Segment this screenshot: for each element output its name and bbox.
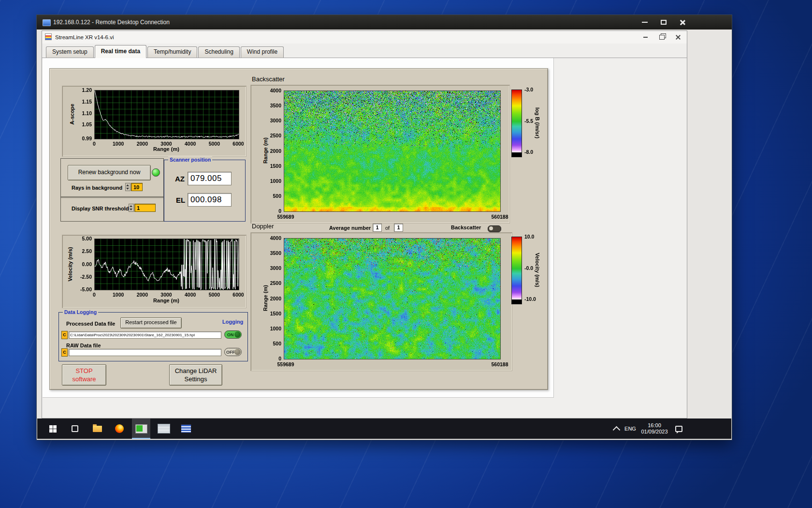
switch-knob bbox=[234, 331, 241, 338]
backscatter-toggle-label: Backscatter bbox=[451, 224, 481, 230]
rdp-minimize-button[interactable] bbox=[636, 17, 653, 28]
logging-label: Logging bbox=[222, 319, 243, 325]
doppler-plot-area bbox=[284, 238, 501, 359]
backscatter-heatmap: Range (m) 400035003000250020001500100050… bbox=[250, 85, 510, 224]
minimize-icon bbox=[643, 37, 648, 38]
stop-button-line1: STOP bbox=[62, 367, 106, 375]
average-number-field[interactable]: 1 bbox=[373, 224, 382, 232]
a-scope-x-axis-label: Range (m) bbox=[153, 146, 179, 152]
app-button-1[interactable] bbox=[155, 418, 173, 439]
tick-label: -0.0 bbox=[524, 265, 533, 271]
backscatter-y-axis-label: Range (m) bbox=[262, 137, 268, 164]
tab-wind-profile[interactable]: Wind profile bbox=[241, 46, 284, 58]
switch-off-label: OFF bbox=[226, 350, 235, 355]
velocity-graph: Velocity (m/s) 5.002.500.00-2.50-5.00010… bbox=[62, 235, 246, 308]
backscatter-display-toggle[interactable] bbox=[488, 225, 501, 232]
tray-expand-button[interactable] bbox=[610, 418, 622, 439]
app-restore-button[interactable] bbox=[654, 32, 669, 42]
processed-data-file-label: Processed Data file bbox=[66, 321, 116, 327]
chevron-up-icon bbox=[612, 426, 620, 433]
raw-data-file-label: RAW Data file bbox=[66, 343, 101, 348]
tab-temp-humidity[interactable]: Temp/humidity bbox=[147, 46, 197, 58]
rdp-monitor-icon bbox=[43, 19, 51, 26]
tick-label: 0 bbox=[93, 141, 96, 147]
taskbar-clock[interactable]: 16:00 01/09/2023 bbox=[639, 418, 669, 439]
snr-value-field[interactable]: 1 bbox=[134, 204, 156, 212]
velocity-plot-area bbox=[94, 239, 239, 290]
rdp-maximize-button[interactable] bbox=[655, 17, 672, 28]
tab-system-setup[interactable]: System setup bbox=[46, 46, 94, 58]
task-view-button[interactable] bbox=[66, 418, 84, 439]
tick-label: 10.0 bbox=[524, 234, 534, 239]
minimize-icon bbox=[642, 22, 648, 23]
action-center-button[interactable] bbox=[671, 418, 686, 439]
tick-label: 2500 bbox=[270, 133, 281, 138]
stop-software-button[interactable]: STOP software bbox=[62, 364, 106, 386]
of-label: of bbox=[385, 225, 390, 231]
tick-label: 1.20 bbox=[82, 87, 92, 93]
tick-label: 3000 bbox=[160, 292, 172, 298]
el-value-field[interactable]: 000.098 bbox=[188, 193, 232, 207]
renew-background-button[interactable]: Renew background now bbox=[68, 165, 151, 180]
striped-app-icon bbox=[181, 424, 191, 433]
tick-label: 3000 bbox=[270, 118, 281, 123]
tick-label: -5.5 bbox=[524, 118, 533, 124]
tick-label: 560188 bbox=[491, 361, 508, 367]
rays-value-field[interactable]: 10 bbox=[131, 183, 143, 191]
app-close-button[interactable] bbox=[670, 32, 686, 42]
tick-label: 2000 bbox=[137, 141, 148, 147]
tab-scheduling[interactable]: Scheduling bbox=[198, 46, 239, 58]
tick-label: 3500 bbox=[270, 103, 281, 108]
snr-spinner[interactable] bbox=[129, 204, 134, 212]
tick-label: 2000 bbox=[270, 148, 281, 154]
clock-time: 16:00 bbox=[641, 422, 667, 429]
maximize-icon bbox=[661, 20, 667, 25]
backscatter-title: Backscatter bbox=[252, 75, 285, 83]
close-icon bbox=[676, 35, 681, 40]
tick-label: 5000 bbox=[209, 292, 220, 298]
app-minimize-button[interactable] bbox=[638, 32, 653, 42]
processed-logging-switch[interactable]: ON bbox=[224, 330, 242, 339]
processed-path-field[interactable]: C:\Lidar\Data\Proc\2023\202309\20230901\… bbox=[69, 331, 221, 339]
firefox-button[interactable] bbox=[111, 418, 128, 439]
rdp-titlebar[interactable]: 192.168.0.122 - Remote Desktop Connectio… bbox=[37, 15, 732, 30]
az-value-field[interactable]: 079.005 bbox=[188, 172, 232, 185]
language-indicator[interactable]: ENG bbox=[622, 418, 638, 439]
rays-spinner[interactable] bbox=[125, 183, 130, 191]
app-button-2[interactable] bbox=[177, 418, 195, 439]
front-panel: A-scope 1.201.151.101.050.99010002000300… bbox=[43, 58, 554, 398]
rdp-close-button[interactable] bbox=[674, 17, 691, 28]
doppler-title: Doppler bbox=[252, 223, 274, 230]
raw-path-field[interactable] bbox=[69, 349, 221, 356]
restart-processed-file-button[interactable]: Restart processed file bbox=[120, 317, 182, 329]
taskbar: ENG 16:00 01/09/2023 bbox=[37, 418, 731, 439]
tick-label: 4000 bbox=[270, 235, 281, 241]
tick-label: 6000 bbox=[232, 292, 244, 298]
velocity-x-axis-label: Range (m) bbox=[153, 298, 179, 303]
tick-label: 559689 bbox=[277, 214, 294, 220]
tick-label: 2000 bbox=[270, 296, 281, 301]
tab-real-time-data[interactable]: Real time data bbox=[95, 45, 146, 58]
start-button[interactable] bbox=[44, 418, 61, 439]
folder-icon bbox=[93, 426, 102, 432]
change-lidar-settings-button[interactable]: Change LiDAR Settings bbox=[169, 364, 222, 386]
tick-label: 5.00 bbox=[82, 236, 92, 241]
streamline-app-icon bbox=[135, 424, 147, 433]
backscatter-colorbar-ticks: -3.0-5.5-8.0 bbox=[522, 90, 544, 157]
rdp-title: 192.168.0.122 - Remote Desktop Connectio… bbox=[53, 19, 170, 26]
az-label: AZ bbox=[175, 175, 185, 183]
file-explorer-button[interactable] bbox=[88, 418, 106, 439]
app-titlebar[interactable]: StreamLine XR v14-6.vi bbox=[42, 31, 687, 44]
switch-knob bbox=[234, 349, 241, 355]
raw-path-drive-button[interactable]: C bbox=[61, 348, 68, 357]
raw-logging-switch[interactable]: OFF bbox=[224, 348, 242, 356]
doppler-colorbar-label: Velocity (m/s) bbox=[535, 253, 540, 287]
average-count-field[interactable]: 1 bbox=[394, 224, 403, 232]
tick-label: 5000 bbox=[209, 141, 220, 147]
a-scope-graph: A-scope 1.201.151.101.050.99010002000300… bbox=[62, 86, 246, 157]
tick-label: -10.0 bbox=[524, 296, 536, 302]
processed-path-drive-button[interactable]: C bbox=[61, 331, 68, 339]
tick-label: 1000 bbox=[113, 292, 124, 298]
streamline-taskbar-button[interactable] bbox=[132, 418, 150, 439]
rdp-window: 192.168.0.122 - Remote Desktop Connectio… bbox=[36, 15, 732, 440]
